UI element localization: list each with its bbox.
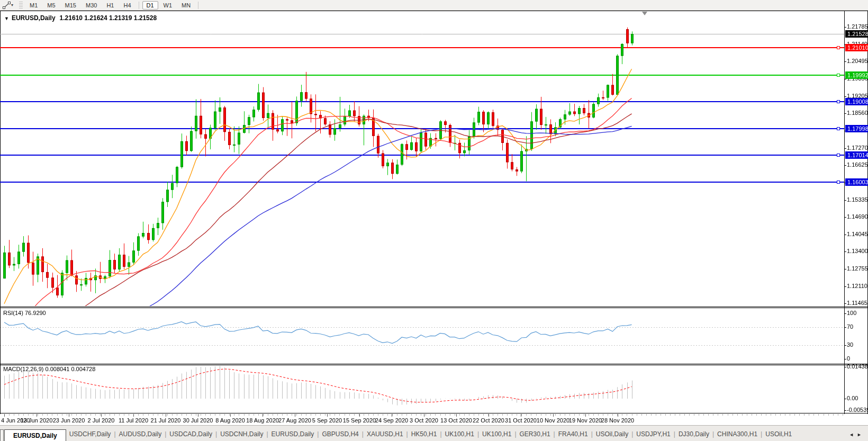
price-tick-label: 1.18560 — [847, 110, 868, 116]
chart-tab-usdjpy-h1[interactable]: USDJPY,H1 — [633, 427, 673, 441]
macd-tick-label: 0.014384 — [847, 363, 868, 370]
chart-tab-ger30-h1[interactable]: GER30,H1 — [517, 427, 554, 441]
chart-tab-xauusd-h1[interactable]: XAUUSD,H1 — [364, 427, 406, 441]
price-tick-label: 1.11465 — [847, 300, 867, 306]
rsi-panel-label: RSI(14) 76.9290 — [3, 310, 46, 316]
chart-tab-usdchf-daily[interactable]: USDCHF,Daily — [66, 427, 114, 441]
chart-tab-dj30-daily[interactable]: DJ30,Daily — [675, 427, 712, 441]
timeframe-button-w1[interactable]: W1 — [159, 1, 177, 10]
date-label: 2 Jul 2020 — [88, 417, 115, 424]
tab-scroll-left-button[interactable]: ◄ — [849, 432, 857, 437]
chart-title: ▼EURUSD,Daily1.21610 1.21624 1.21319 1.2… — [4, 14, 157, 22]
rsi-tick-label: 30 — [847, 341, 853, 348]
toolbar-separator — [198, 2, 198, 9]
top-toolbar: ▾ M1M5M15M30H1H4D1W1MN — [0, 0, 868, 11]
price-tick-label: 1.13400 — [847, 248, 868, 254]
price-tick-label: 1.15335 — [847, 196, 868, 203]
date-label: 21 Jul 2020 — [151, 417, 181, 424]
timeframe-button-m30[interactable]: M30 — [82, 1, 101, 10]
date-label: 23 Jun 2020 — [53, 417, 85, 424]
chart-tab-china300-h1[interactable]: CHINA300,H1 — [714, 427, 761, 441]
chart-tab-usdcad-daily[interactable]: USDCAD,Daily — [166, 427, 215, 441]
timeframe-button-m1[interactable]: M1 — [25, 1, 42, 10]
chart-tab-eurusd-daily[interactable]: EURUSD,Daily — [268, 427, 318, 441]
macd-name: MACD(12,26,9) — [3, 366, 43, 372]
date-label: 13 Jun 2020 — [21, 417, 53, 424]
chart-tab-eurusd-daily[interactable]: EURUSD,Daily — [4, 429, 66, 441]
date-label: 19 Nov 2020 — [569, 417, 602, 424]
timeframe-button-group: M1M5M15M30H1H4D1W1MN — [25, 1, 201, 10]
date-label: 24 Sep 2020 — [375, 417, 408, 424]
macd-panel-label: MACD(12,26,9) 0.008041 0.004728 — [3, 366, 95, 372]
rsi-tick-label: 0 — [847, 355, 850, 362]
date-label: 31 Oct 2020 — [505, 417, 537, 424]
date-label: 13 Oct 2020 — [440, 417, 472, 424]
price-tick-label: 1.16625 — [847, 161, 868, 168]
rsi-tick-label: 70 — [847, 323, 853, 330]
current-price-line-price-badge: 1.21528 — [845, 30, 868, 38]
date-label: 11 Jul 2020 — [119, 417, 148, 424]
timeframe-button-m15[interactable]: M15 — [61, 1, 80, 10]
mt4-window: { "toolbar": { "timeframes": ["M1","M5",… — [0, 0, 868, 441]
chart-ohlc-values: 1.21610 1.21624 1.21319 1.21528 — [60, 14, 157, 22]
timeframe-button-mn[interactable]: MN — [177, 1, 195, 10]
date-label: 15 Sep 2020 — [343, 417, 376, 424]
price-tick-label: 1.21785 — [847, 23, 868, 30]
date-label: 3 Oct 2020 — [410, 417, 438, 424]
chart-tab-audusd-daily[interactable]: AUDUSD,Daily — [116, 427, 165, 441]
chart-tab-hk50-h1[interactable]: HK50,H1 — [408, 427, 440, 441]
chevron-down-icon: ▾ — [11, 3, 13, 7]
price-tick-label: 1.12755 — [847, 265, 868, 272]
breakout-line-price-badge[interactable]: 1.19992 — [845, 71, 868, 79]
price-tick-label: 1.12110 — [847, 283, 867, 289]
rsi-name: RSI(14) — [3, 310, 23, 316]
chart-tab-uk100-h1[interactable]: UK100,H1 — [442, 427, 477, 441]
date-label: 18 Aug 2020 — [246, 417, 279, 424]
toolbar-drag-handle[interactable] — [19, 2, 23, 9]
resistance-line-price-badge[interactable]: 1.21010 — [845, 44, 868, 51]
chart-tabs-bar: EURUSD,DailyUSDCHF,Daily|AUDUSD,Daily|US… — [0, 425, 868, 441]
chart-title-caret-icon: ▼ — [4, 16, 9, 21]
rsi-tick-label: 100 — [847, 310, 856, 316]
timeframe-button-h1[interactable]: H1 — [102, 1, 118, 10]
date-label: 30 Jul 2020 — [183, 417, 213, 424]
support-line-3-price-badge[interactable]: 1.17014 — [845, 151, 868, 159]
timeframe-button-h4[interactable]: H4 — [119, 1, 135, 10]
rsi-value: 76.9290 — [25, 310, 46, 316]
date-label: 28 Nov 2020 — [601, 417, 634, 424]
chart-tab-usoil-h1[interactable]: USOil,H1 — [762, 427, 795, 441]
support-line-2-price-badge[interactable]: 1.17998 — [845, 125, 868, 132]
chart-tab-usoil-daily[interactable]: USOil,Daily — [593, 427, 631, 441]
chart-window: ▼EURUSD,Daily1.21610 1.21624 1.21319 1.2… — [0, 11, 868, 414]
date-label: 27 Aug 2020 — [278, 417, 311, 424]
macd-values: 0.008041 0.004728 — [45, 366, 95, 372]
timeframe-button-d1[interactable]: D1 — [142, 1, 158, 10]
date-label: 22 Oct 2020 — [473, 417, 504, 424]
diagonal-line-icon — [3, 2, 11, 9]
date-label: 5 Sep 2020 — [312, 417, 342, 424]
price-tick-label: 1.17270 — [847, 145, 868, 151]
tab-scroll-nav: ◄► — [849, 432, 865, 437]
support-line-4-price-badge[interactable]: 1.16003 — [845, 178, 868, 186]
price-tick-label: 1.14690 — [847, 213, 868, 220]
date-label: 8 Aug 2020 — [215, 417, 245, 424]
tab-scroll-right-button[interactable]: ► — [857, 432, 865, 437]
chart-tab-usdcnh-daily[interactable]: USDCNH,Daily — [217, 427, 266, 441]
line-studies-icon[interactable]: ▾ — [1, 1, 15, 10]
date-label: 10 Nov 2020 — [537, 417, 569, 424]
chart-tab-fra40-h1[interactable]: FRA40,H1 — [555, 427, 591, 441]
price-tick-label: 1.20495 — [847, 58, 868, 64]
time-axis: 4 Jun 202013 Jun 202023 Jun 20202 Jul 20… — [0, 414, 868, 425]
timeframe-button-m5[interactable]: M5 — [43, 1, 59, 10]
support-line-1-price-badge[interactable]: 1.19008 — [845, 98, 868, 105]
tab-edge-sliver — [0, 429, 4, 441]
price-tick-label: 1.14045 — [847, 231, 868, 237]
chart-tab-uk100-h1[interactable]: UK100,H1 — [479, 427, 514, 441]
price-chart-canvas[interactable] — [0, 11, 868, 414]
macd-tick-label: 0.00 — [847, 395, 858, 401]
toolbar-separator — [139, 2, 139, 9]
chart-symbol-label: EURUSD,Daily — [12, 14, 56, 22]
chart-tab-gbpusd-h4[interactable]: GBPUSD,H4 — [319, 427, 361, 441]
macd-tick-label: -0.005396 — [847, 407, 868, 413]
